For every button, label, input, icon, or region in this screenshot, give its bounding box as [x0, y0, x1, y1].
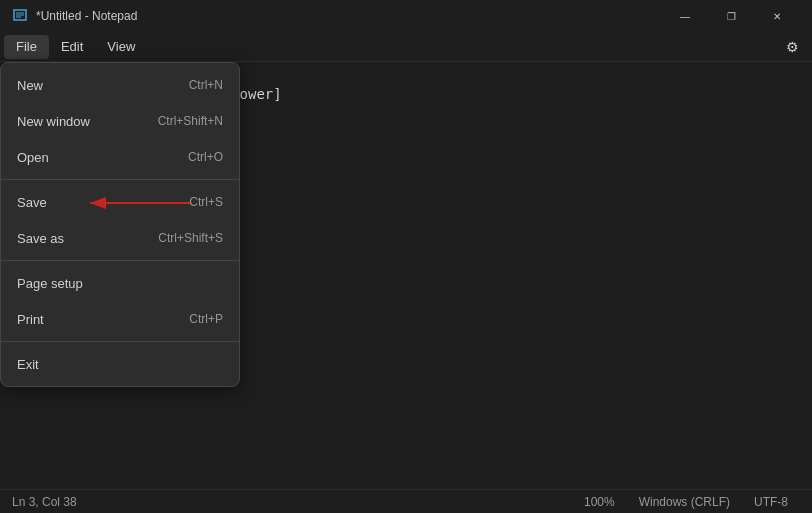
menu-save-label: Save	[17, 195, 47, 210]
menu-new-shortcut: Ctrl+N	[189, 78, 223, 92]
window-controls: — ❐ ✕	[662, 0, 800, 32]
menu-print[interactable]: Print Ctrl+P	[1, 301, 239, 337]
menu-save[interactable]: Save Ctrl+S	[1, 184, 239, 220]
cursor-position: Ln 3, Col 38	[12, 490, 89, 513]
menu-save-as-label: Save as	[17, 231, 64, 246]
encoding: UTF-8	[742, 495, 800, 509]
menu-print-shortcut: Ctrl+P	[189, 312, 223, 326]
menu-exit-label: Exit	[17, 357, 39, 372]
zoom-level: 100%	[584, 495, 627, 509]
window-title: *Untitled - Notepad	[36, 9, 662, 23]
menu-separator-3	[1, 341, 239, 342]
menu-separator-2	[1, 260, 239, 261]
menu-save-as-shortcut: Ctrl+Shift+S	[158, 231, 223, 245]
status-bar: Ln 3, Col 38 100% Windows (CRLF) UTF-8	[0, 489, 812, 513]
menu-save-shortcut: Ctrl+S	[189, 195, 223, 209]
edit-menu-item[interactable]: Edit	[49, 35, 95, 59]
menu-page-setup[interactable]: Page setup	[1, 265, 239, 301]
gear-icon: ⚙	[786, 39, 799, 55]
menu-new-window-shortcut: Ctrl+Shift+N	[158, 114, 223, 128]
menu-page-setup-label: Page setup	[17, 276, 83, 291]
line-ending: Windows (CRLF)	[627, 495, 742, 509]
app-icon	[12, 8, 28, 24]
file-menu-item[interactable]: File	[4, 35, 49, 59]
menu-new-window-label: New window	[17, 114, 90, 129]
view-menu-item[interactable]: View	[95, 35, 147, 59]
menu-new[interactable]: New Ctrl+N	[1, 67, 239, 103]
close-button[interactable]: ✕	[754, 0, 800, 32]
menu-save-as[interactable]: Save as Ctrl+Shift+S	[1, 220, 239, 256]
menu-open-label: Open	[17, 150, 49, 165]
maximize-button[interactable]: ❐	[708, 0, 754, 32]
menu-exit[interactable]: Exit	[1, 346, 239, 382]
menu-open[interactable]: Open Ctrl+O	[1, 139, 239, 175]
settings-button[interactable]: ⚙	[776, 35, 808, 59]
menu-new-label: New	[17, 78, 43, 93]
menu-open-shortcut: Ctrl+O	[188, 150, 223, 164]
file-dropdown-menu: New Ctrl+N New window Ctrl+Shift+N Open …	[0, 62, 240, 387]
menu-print-label: Print	[17, 312, 44, 327]
minimize-button[interactable]: —	[662, 0, 708, 32]
menu-new-window[interactable]: New window Ctrl+Shift+N	[1, 103, 239, 139]
title-bar: *Untitled - Notepad — ❐ ✕	[0, 0, 812, 32]
menu-separator-1	[1, 179, 239, 180]
menu-bar: File Edit View ⚙	[0, 32, 812, 62]
status-right: 100% Windows (CRLF) UTF-8	[584, 495, 800, 509]
